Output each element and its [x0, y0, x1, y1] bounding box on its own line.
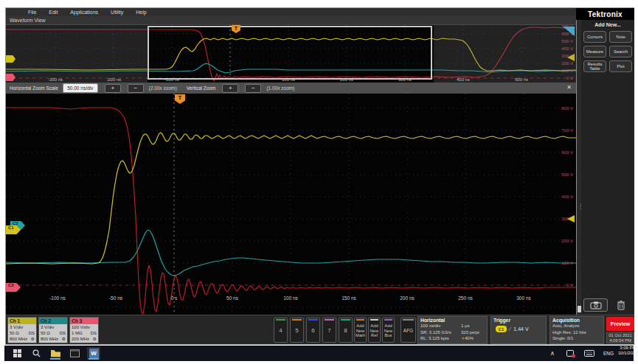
- zoom-toolbar: Horizontal Zoom Scale 50.00 ns/div + − (…: [6, 83, 576, 94]
- voltage-axis-label: 600 V: [561, 150, 573, 155]
- search-button[interactable]: Search: [609, 46, 632, 57]
- x-axis-tick-label: 250 ns: [458, 295, 473, 301]
- cursors-button[interactable]: Cursors: [583, 31, 606, 43]
- channel-2-badge[interactable]: Ch 2 3 V/div 50 ΩDS 800 MHz⚙: [38, 317, 68, 343]
- slot-color-stripe: [341, 319, 350, 321]
- close-zoom-icon[interactable]: ✕: [566, 84, 572, 91]
- channel-5-slot-button[interactable]: 5: [290, 318, 304, 343]
- slot-color-stripe: [276, 319, 285, 321]
- open-app-indicator: [50, 358, 60, 360]
- panel-splitter[interactable]: ⋮: [576, 20, 581, 315]
- voltage-axis-label: 400 V: [561, 195, 573, 199]
- add-new-label: Add New...: [581, 20, 634, 27]
- add-new-math-button[interactable]: Add New Math: [354, 318, 367, 343]
- start-button[interactable]: [10, 347, 24, 360]
- v-zoom-minus-button[interactable]: −: [245, 84, 261, 93]
- trash-button[interactable]: [614, 298, 628, 312]
- main-waveform-svg: -100 ns-50 ns0 s50 ns100 ns150 ns200 ns2…: [6, 94, 576, 315]
- add-new-ref-button[interactable]: Add New Ref: [368, 318, 381, 343]
- voltage-axis-label: 0 V: [566, 76, 573, 80]
- trash-icon: [617, 300, 625, 310]
- channel-3-mode: DS: [91, 330, 97, 336]
- acquisition-panel[interactable]: Acquisition Auto, Analyze High Res: 12 b…: [549, 316, 604, 344]
- channel-3-badge[interactable]: Ch 3 100 V/div 1 MΩDS 200 MHz⚙: [69, 317, 99, 343]
- taskbar-clock[interactable]: 3:09 PM 10/1/2021: [618, 346, 638, 361]
- channel-7-slot-button[interactable]: 7: [322, 318, 336, 343]
- menu-help[interactable]: Help: [136, 10, 146, 15]
- plot-button[interactable]: Plot: [609, 60, 632, 72]
- x-axis-tick-label: 400 ns: [457, 77, 470, 82]
- channel-2-label: Ch 2: [39, 318, 67, 324]
- x-axis-tick-label: 150 ns: [341, 295, 356, 301]
- horizontal-zoom-scale-value[interactable]: 50.00 ns/div: [63, 83, 98, 93]
- v-zoom-plus-button[interactable]: +: [222, 84, 238, 93]
- voltage-axis-label: 0 V: [566, 283, 573, 287]
- right-panel-buttons: CursorsNoteMeasureSearchResults TablePlo…: [581, 31, 634, 72]
- channel-6-slot-button[interactable]: 6: [306, 318, 320, 343]
- zoom-detail-plot[interactable]: -100 ns-50 ns0 s50 ns100 ns150 ns200 ns2…: [6, 94, 576, 315]
- acquisition-mode: Auto, Analyze: [550, 323, 603, 329]
- menu-utility[interactable]: Utility: [111, 10, 123, 15]
- add-new-buttons: Add New MathAdd New RefAdd New Bus: [354, 318, 395, 343]
- menu-file[interactable]: File: [28, 10, 36, 15]
- search-icon: [32, 349, 41, 357]
- tab-waveform-view[interactable]: Waveform View: [6, 18, 46, 23]
- overview-waveform-plot[interactable]: -300 ns-200 ns-100 ns100 ns200 ns300 ns4…: [6, 25, 576, 83]
- taskbar-search-button[interactable]: [30, 347, 43, 360]
- zoom-region-box[interactable]: [148, 26, 432, 80]
- x-axis-tick-label: 200 ns: [400, 295, 415, 301]
- trigger-panel[interactable]: Trigger C1 ∕ 1.44 V: [490, 316, 547, 344]
- window-app-icon: [70, 349, 80, 357]
- file-explorer-button[interactable]: [49, 347, 62, 360]
- voltage-axis-label: 100 V: [561, 69, 573, 73]
- brand-area: Tektronix: [576, 8, 634, 20]
- channel-3-label: Ch 3: [70, 318, 98, 324]
- trigger-slope-icon: ∕: [510, 326, 510, 332]
- h-zoom-plus-button[interactable]: +: [105, 84, 121, 93]
- channel-8-slot-button[interactable]: 8: [339, 318, 353, 343]
- x-axis-tick-label: 300 ns: [516, 295, 531, 301]
- menu-applications[interactable]: Applications: [70, 10, 98, 15]
- trigger-position-percent: 40%: [465, 336, 474, 340]
- v-zoom-factor: (1.00x zoom): [266, 85, 294, 91]
- active-app-indicator: [89, 358, 99, 360]
- x-axis-tick-label: 50 ns: [226, 295, 239, 301]
- horizontal-title: Horizontal: [418, 317, 487, 323]
- x-axis-tick-label: 100 ns: [283, 295, 298, 301]
- screenshot-button[interactable]: [583, 298, 608, 312]
- channel-slot-buttons: 45678: [274, 318, 353, 343]
- taskbar-date: 10/1/2021: [618, 351, 638, 356]
- afg-stripe: [403, 319, 414, 321]
- results-table-button[interactable]: Results Table: [583, 60, 606, 72]
- preview-button[interactable]: Preview: [606, 317, 634, 331]
- settings-bar: Ch 1 3 V/div 50 ΩDS 800 MHz⚙ Ch 2 3 V/di…: [6, 315, 634, 344]
- channel-1-badge[interactable]: Ch 1 3 V/div 50 ΩDS 800 MHz⚙: [7, 317, 37, 343]
- menu-edit[interactable]: Edit: [49, 10, 58, 15]
- slot-color-stripe: [308, 319, 318, 321]
- measure-button[interactable]: Measure: [583, 46, 606, 57]
- note-button[interactable]: Note: [609, 31, 632, 43]
- add-new-bus-button[interactable]: Add New Bus: [382, 318, 395, 343]
- tektronix-logo: Tektronix: [588, 10, 623, 18]
- touch-keyboard-button[interactable]: [584, 346, 594, 361]
- right-panel: Add New... CursorsNoteMeasureSearchResul…: [581, 20, 634, 315]
- tray-expand-button[interactable]: ∧: [550, 346, 555, 361]
- windows-logo-icon: [13, 349, 21, 357]
- x-axis-tick-label: -200 ns: [106, 77, 121, 82]
- channel-4-slot-button[interactable]: 4: [274, 318, 288, 343]
- vertical-zoom-label: Vertical Zoom: [187, 85, 216, 91]
- h-zoom-minus-button[interactable]: −: [128, 84, 144, 93]
- afg-button[interactable]: AFG: [401, 318, 416, 343]
- x-axis-tick-label: -300 ns: [48, 77, 63, 82]
- channel-1-label: Ch 1: [8, 318, 36, 324]
- horizontal-panel[interactable]: Horizontal 100 ns/div1 μs SR: 3.125 GS/s…: [417, 316, 488, 344]
- x-axis-tick-label: -50 ns: [109, 295, 123, 301]
- channel-2-impedance: 50 Ω: [41, 330, 50, 336]
- language-indicator[interactable]: ENG: [603, 346, 614, 361]
- app-window-button[interactable]: [68, 347, 81, 360]
- channel-3-scale: 100 V/div: [72, 324, 90, 330]
- acquisition-resolution: High Res: 12 bits: [550, 329, 603, 336]
- notification-button[interactable]: [566, 346, 575, 361]
- tekscope-app-button[interactable]: W: [87, 347, 100, 360]
- add-button-color-stripe: [384, 319, 392, 321]
